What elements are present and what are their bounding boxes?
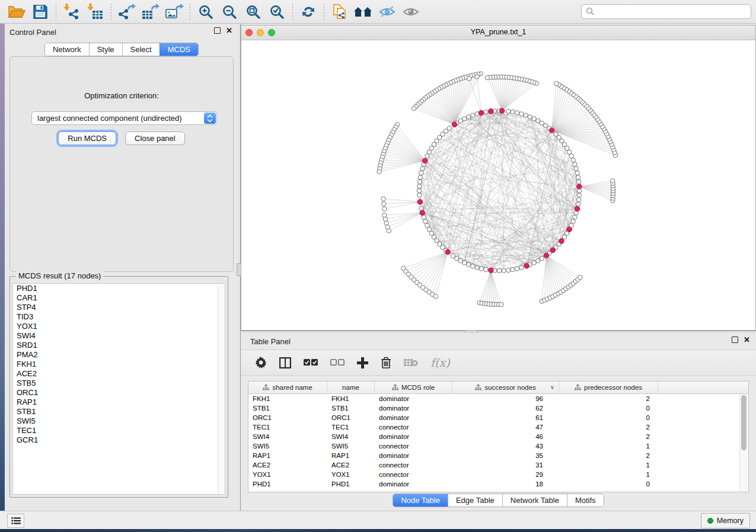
mcds-result-item[interactable]: TID3 — [13, 312, 225, 322]
select-all-columns-icon[interactable] — [304, 359, 318, 366]
zoom-in-icon[interactable] — [194, 2, 218, 21]
table-row[interactable]: ACE2ACE2connector311 — [248, 460, 748, 470]
cell-shared_name[interactable]: ORC1 — [248, 413, 327, 422]
table-row[interactable]: SWI4SWI4dominator462 — [248, 432, 748, 441]
cell-shared_name[interactable]: SWI5 — [248, 441, 327, 451]
tab-style[interactable]: Style — [89, 43, 122, 56]
refresh-layout-icon[interactable] — [296, 2, 320, 21]
column-header-name[interactable]: name — [327, 382, 375, 393]
mcds-result-list[interactable]: PHD1CAR1STP4TID3YOX1SWI4SRD1PMA2FKH1ACE2… — [12, 283, 225, 495]
show-all-icon[interactable] — [399, 2, 423, 21]
table-row[interactable]: ORC1ORC1dominator610 — [248, 413, 748, 422]
tab-edge-table[interactable]: Edge Table — [448, 494, 502, 507]
mcds-result-item[interactable]: STB5 — [13, 379, 225, 388]
cell-shared_name[interactable]: TEC1 — [248, 422, 327, 432]
open-file-icon[interactable] — [5, 2, 28, 21]
cell-shared_name[interactable]: YOX1 — [248, 470, 327, 479]
mcds-result-item[interactable]: PHD1 — [13, 284, 225, 293]
tab-motifs[interactable]: Motifs — [567, 494, 604, 507]
network-canvas[interactable] — [241, 40, 755, 330]
optimization-criterion-dropdown[interactable]: largest connected component (undirected) — [31, 111, 217, 125]
cell-name[interactable]: ORC1 — [327, 413, 375, 422]
tab-network[interactable]: Network — [45, 43, 89, 56]
unselect-all-columns-icon[interactable] — [330, 359, 344, 366]
cell-mcds_role[interactable]: dominator — [375, 432, 452, 441]
mcds-result-item[interactable]: CAR1 — [13, 293, 225, 303]
table-row[interactable]: RAP1RAP1dominator352 — [248, 451, 748, 460]
mcds-result-item[interactable]: STP4 — [13, 303, 225, 312]
cell-successor_nodes[interactable]: 43 — [452, 441, 559, 451]
cell-name[interactable]: FKH1 — [327, 394, 375, 403]
cell-predecessor_nodes[interactable]: 2 — [559, 394, 658, 403]
import-network-icon[interactable] — [60, 2, 84, 21]
export-image-icon[interactable] — [162, 2, 186, 21]
column-header-shared-name[interactable]: shared name — [248, 382, 327, 393]
tab-node-table[interactable]: Node Table — [393, 494, 448, 507]
close-table-panel-icon[interactable]: ✕ — [744, 336, 750, 343]
column-header-successor-nodes[interactable]: successor nodes∨ — [452, 382, 559, 393]
tab-select[interactable]: Select — [122, 43, 160, 56]
table-row[interactable]: SWI5SWI5connector431 — [248, 441, 748, 451]
search-input[interactable] — [581, 4, 751, 19]
cell-shared_name[interactable]: STB1 — [248, 403, 327, 413]
sort-chevron-icon[interactable]: ∨ — [550, 384, 554, 390]
clone-network-icon[interactable] — [328, 2, 352, 21]
table-settings-gear-icon[interactable] — [255, 357, 267, 368]
cell-shared_name[interactable]: FKH1 — [248, 394, 327, 403]
mcds-result-item[interactable]: FKH1 — [13, 360, 225, 369]
cell-successor_nodes[interactable]: 29 — [452, 470, 559, 479]
import-table-icon[interactable] — [84, 2, 107, 21]
table-row[interactable]: TEC1TEC1connector472 — [248, 422, 748, 432]
mcds-result-item[interactable]: SWI4 — [13, 331, 225, 341]
cell-mcds_role[interactable]: connector — [375, 470, 452, 479]
cell-predecessor_nodes[interactable]: 0 — [559, 479, 658, 489]
run-mcds-button[interactable]: Run MCDS — [58, 132, 116, 145]
save-session-icon[interactable] — [28, 2, 52, 21]
mcds-result-item[interactable]: SRD1 — [13, 341, 225, 350]
add-column-icon[interactable] — [357, 357, 368, 368]
mcds-result-item[interactable]: TEC1 — [13, 426, 225, 435]
mcds-result-item[interactable]: RAP1 — [13, 398, 225, 407]
cell-name[interactable]: SWI5 — [327, 441, 375, 451]
cell-predecessor_nodes[interactable]: 0 — [559, 413, 658, 422]
cell-mcds_role[interactable]: connector — [375, 422, 452, 432]
mcds-result-item[interactable]: SWI5 — [13, 416, 225, 426]
export-network-icon[interactable] — [115, 2, 139, 21]
cell-mcds_role[interactable]: dominator — [375, 479, 452, 489]
cell-name[interactable]: ACE2 — [327, 460, 375, 470]
table-row[interactable]: FKH1FKH1dominator962 — [248, 394, 748, 403]
cell-mcds_role[interactable]: dominator — [375, 403, 452, 413]
cell-name[interactable]: PHD1 — [327, 479, 375, 489]
column-header-predecessor-nodes[interactable]: predecessor nodes — [559, 382, 658, 393]
close-panel-icon[interactable]: ✕ — [226, 27, 232, 34]
cell-mcds_role[interactable]: dominator — [375, 394, 452, 403]
column-header-MCDS-role[interactable]: MCDS role — [375, 382, 452, 393]
cell-name[interactable]: STB1 — [327, 403, 375, 413]
cell-successor_nodes[interactable]: 96 — [452, 394, 559, 403]
mcds-result-item[interactable]: YOX1 — [13, 322, 225, 331]
cell-name[interactable]: SWI4 — [327, 432, 375, 441]
cell-predecessor_nodes[interactable]: 1 — [559, 470, 658, 479]
close-panel-button[interactable]: Close panel — [125, 132, 185, 145]
cell-successor_nodes[interactable]: 35 — [452, 451, 559, 460]
cell-successor_nodes[interactable]: 62 — [452, 403, 559, 413]
cell-predecessor_nodes[interactable]: 0 — [559, 403, 658, 413]
mcds-result-item[interactable]: PMA2 — [13, 350, 225, 360]
mcds-result-item[interactable]: STB1 — [13, 407, 225, 416]
cell-successor_nodes[interactable]: 46 — [452, 432, 559, 441]
mcds-list-scrollbar[interactable] — [218, 284, 225, 494]
table-row[interactable]: PHD1PHD1dominator180 — [248, 479, 748, 489]
cell-predecessor_nodes[interactable]: 2 — [559, 422, 658, 432]
cell-mcds_role[interactable]: connector — [375, 460, 452, 470]
cell-shared_name[interactable]: RAP1 — [248, 451, 327, 460]
mcds-result-item[interactable]: GCR1 — [13, 435, 225, 445]
cell-predecessor_nodes[interactable]: 2 — [559, 451, 658, 460]
cell-shared_name[interactable]: PHD1 — [248, 479, 327, 489]
float-table-panel-icon[interactable] — [732, 336, 738, 343]
tab-mcds[interactable]: MCDS — [160, 43, 198, 56]
cell-predecessor_nodes[interactable]: 1 — [559, 441, 658, 451]
cell-predecessor_nodes[interactable]: 2 — [559, 432, 658, 441]
cell-mcds_role[interactable]: dominator — [375, 451, 452, 460]
status-menu-button[interactable] — [7, 514, 24, 528]
delete-column-icon[interactable] — [381, 357, 391, 368]
